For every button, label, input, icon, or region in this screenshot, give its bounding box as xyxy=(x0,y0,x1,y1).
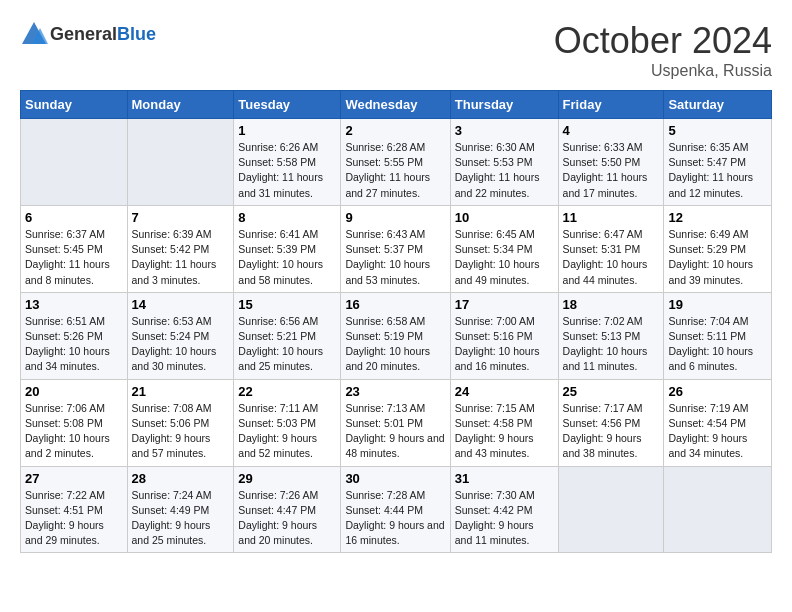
weekday-header: Wednesday xyxy=(341,91,450,119)
day-info: Sunrise: 6:53 AMSunset: 5:24 PMDaylight:… xyxy=(132,314,230,375)
calendar-cell: 5Sunrise: 6:35 AMSunset: 5:47 PMDaylight… xyxy=(664,119,772,206)
day-number: 14 xyxy=(132,297,230,312)
day-number: 20 xyxy=(25,384,123,399)
calendar-cell: 10Sunrise: 6:45 AMSunset: 5:34 PMDayligh… xyxy=(450,205,558,292)
calendar-cell: 12Sunrise: 6:49 AMSunset: 5:29 PMDayligh… xyxy=(664,205,772,292)
day-number: 7 xyxy=(132,210,230,225)
day-number: 8 xyxy=(238,210,336,225)
logo: GeneralBlue xyxy=(20,20,156,48)
calendar-cell: 9Sunrise: 6:43 AMSunset: 5:37 PMDaylight… xyxy=(341,205,450,292)
calendar-cell xyxy=(664,466,772,553)
calendar-cell: 22Sunrise: 7:11 AMSunset: 5:03 PMDayligh… xyxy=(234,379,341,466)
day-info: Sunrise: 7:19 AMSunset: 4:54 PMDaylight:… xyxy=(668,401,767,462)
calendar-cell: 27Sunrise: 7:22 AMSunset: 4:51 PMDayligh… xyxy=(21,466,128,553)
calendar-week-row: 20Sunrise: 7:06 AMSunset: 5:08 PMDayligh… xyxy=(21,379,772,466)
day-number: 12 xyxy=(668,210,767,225)
calendar-cell: 11Sunrise: 6:47 AMSunset: 5:31 PMDayligh… xyxy=(558,205,664,292)
day-number: 13 xyxy=(25,297,123,312)
logo-blue: Blue xyxy=(117,24,156,44)
day-info: Sunrise: 6:43 AMSunset: 5:37 PMDaylight:… xyxy=(345,227,445,288)
day-number: 1 xyxy=(238,123,336,138)
calendar-week-row: 1Sunrise: 6:26 AMSunset: 5:58 PMDaylight… xyxy=(21,119,772,206)
day-number: 9 xyxy=(345,210,445,225)
day-number: 2 xyxy=(345,123,445,138)
day-info: Sunrise: 7:22 AMSunset: 4:51 PMDaylight:… xyxy=(25,488,123,549)
day-info: Sunrise: 6:33 AMSunset: 5:50 PMDaylight:… xyxy=(563,140,660,201)
day-number: 11 xyxy=(563,210,660,225)
calendar-body: 1Sunrise: 6:26 AMSunset: 5:58 PMDaylight… xyxy=(21,119,772,553)
calendar-cell: 31Sunrise: 7:30 AMSunset: 4:42 PMDayligh… xyxy=(450,466,558,553)
day-number: 3 xyxy=(455,123,554,138)
day-info: Sunrise: 6:26 AMSunset: 5:58 PMDaylight:… xyxy=(238,140,336,201)
logo-icon xyxy=(20,20,48,48)
day-info: Sunrise: 6:49 AMSunset: 5:29 PMDaylight:… xyxy=(668,227,767,288)
day-number: 16 xyxy=(345,297,445,312)
day-number: 25 xyxy=(563,384,660,399)
day-info: Sunrise: 6:56 AMSunset: 5:21 PMDaylight:… xyxy=(238,314,336,375)
day-info: Sunrise: 6:41 AMSunset: 5:39 PMDaylight:… xyxy=(238,227,336,288)
calendar-cell: 21Sunrise: 7:08 AMSunset: 5:06 PMDayligh… xyxy=(127,379,234,466)
calendar-cell: 3Sunrise: 6:30 AMSunset: 5:53 PMDaylight… xyxy=(450,119,558,206)
day-info: Sunrise: 6:39 AMSunset: 5:42 PMDaylight:… xyxy=(132,227,230,288)
day-number: 5 xyxy=(668,123,767,138)
day-info: Sunrise: 7:15 AMSunset: 4:58 PMDaylight:… xyxy=(455,401,554,462)
calendar-week-row: 13Sunrise: 6:51 AMSunset: 5:26 PMDayligh… xyxy=(21,292,772,379)
day-number: 4 xyxy=(563,123,660,138)
day-info: Sunrise: 7:06 AMSunset: 5:08 PMDaylight:… xyxy=(25,401,123,462)
day-info: Sunrise: 7:02 AMSunset: 5:13 PMDaylight:… xyxy=(563,314,660,375)
day-info: Sunrise: 6:28 AMSunset: 5:55 PMDaylight:… xyxy=(345,140,445,201)
day-number: 21 xyxy=(132,384,230,399)
calendar-cell: 26Sunrise: 7:19 AMSunset: 4:54 PMDayligh… xyxy=(664,379,772,466)
day-number: 17 xyxy=(455,297,554,312)
calendar-cell: 4Sunrise: 6:33 AMSunset: 5:50 PMDaylight… xyxy=(558,119,664,206)
day-info: Sunrise: 6:51 AMSunset: 5:26 PMDaylight:… xyxy=(25,314,123,375)
day-number: 24 xyxy=(455,384,554,399)
day-info: Sunrise: 7:08 AMSunset: 5:06 PMDaylight:… xyxy=(132,401,230,462)
calendar-cell: 8Sunrise: 6:41 AMSunset: 5:39 PMDaylight… xyxy=(234,205,341,292)
calendar-cell xyxy=(127,119,234,206)
calendar-cell: 6Sunrise: 6:37 AMSunset: 5:45 PMDaylight… xyxy=(21,205,128,292)
day-number: 15 xyxy=(238,297,336,312)
day-info: Sunrise: 7:28 AMSunset: 4:44 PMDaylight:… xyxy=(345,488,445,549)
calendar-cell: 29Sunrise: 7:26 AMSunset: 4:47 PMDayligh… xyxy=(234,466,341,553)
calendar-cell: 14Sunrise: 6:53 AMSunset: 5:24 PMDayligh… xyxy=(127,292,234,379)
weekday-header: Saturday xyxy=(664,91,772,119)
day-info: Sunrise: 7:11 AMSunset: 5:03 PMDaylight:… xyxy=(238,401,336,462)
day-number: 27 xyxy=(25,471,123,486)
day-info: Sunrise: 7:04 AMSunset: 5:11 PMDaylight:… xyxy=(668,314,767,375)
calendar-cell xyxy=(21,119,128,206)
day-info: Sunrise: 7:30 AMSunset: 4:42 PMDaylight:… xyxy=(455,488,554,549)
day-info: Sunrise: 7:13 AMSunset: 5:01 PMDaylight:… xyxy=(345,401,445,462)
day-info: Sunrise: 6:47 AMSunset: 5:31 PMDaylight:… xyxy=(563,227,660,288)
calendar-cell: 15Sunrise: 6:56 AMSunset: 5:21 PMDayligh… xyxy=(234,292,341,379)
day-info: Sunrise: 7:26 AMSunset: 4:47 PMDaylight:… xyxy=(238,488,336,549)
day-info: Sunrise: 7:00 AMSunset: 5:16 PMDaylight:… xyxy=(455,314,554,375)
day-info: Sunrise: 7:17 AMSunset: 4:56 PMDaylight:… xyxy=(563,401,660,462)
calendar-table: SundayMondayTuesdayWednesdayThursdayFrid… xyxy=(20,90,772,553)
day-info: Sunrise: 6:35 AMSunset: 5:47 PMDaylight:… xyxy=(668,140,767,201)
calendar-cell: 18Sunrise: 7:02 AMSunset: 5:13 PMDayligh… xyxy=(558,292,664,379)
calendar-cell: 7Sunrise: 6:39 AMSunset: 5:42 PMDaylight… xyxy=(127,205,234,292)
calendar-cell: 16Sunrise: 6:58 AMSunset: 5:19 PMDayligh… xyxy=(341,292,450,379)
month-title: October 2024 xyxy=(554,20,772,62)
calendar-cell: 24Sunrise: 7:15 AMSunset: 4:58 PMDayligh… xyxy=(450,379,558,466)
logo-general: General xyxy=(50,24,117,44)
calendar-week-row: 6Sunrise: 6:37 AMSunset: 5:45 PMDaylight… xyxy=(21,205,772,292)
calendar-cell: 20Sunrise: 7:06 AMSunset: 5:08 PMDayligh… xyxy=(21,379,128,466)
page-header: GeneralBlue October 2024 Uspenka, Russia xyxy=(20,20,772,80)
calendar-cell: 13Sunrise: 6:51 AMSunset: 5:26 PMDayligh… xyxy=(21,292,128,379)
weekday-header: Monday xyxy=(127,91,234,119)
day-info: Sunrise: 7:24 AMSunset: 4:49 PMDaylight:… xyxy=(132,488,230,549)
day-number: 18 xyxy=(563,297,660,312)
weekday-header: Sunday xyxy=(21,91,128,119)
day-number: 29 xyxy=(238,471,336,486)
day-number: 6 xyxy=(25,210,123,225)
day-number: 26 xyxy=(668,384,767,399)
weekday-header: Friday xyxy=(558,91,664,119)
calendar-cell: 19Sunrise: 7:04 AMSunset: 5:11 PMDayligh… xyxy=(664,292,772,379)
calendar-cell: 28Sunrise: 7:24 AMSunset: 4:49 PMDayligh… xyxy=(127,466,234,553)
calendar-cell: 25Sunrise: 7:17 AMSunset: 4:56 PMDayligh… xyxy=(558,379,664,466)
day-number: 28 xyxy=(132,471,230,486)
weekday-header: Thursday xyxy=(450,91,558,119)
calendar-cell xyxy=(558,466,664,553)
